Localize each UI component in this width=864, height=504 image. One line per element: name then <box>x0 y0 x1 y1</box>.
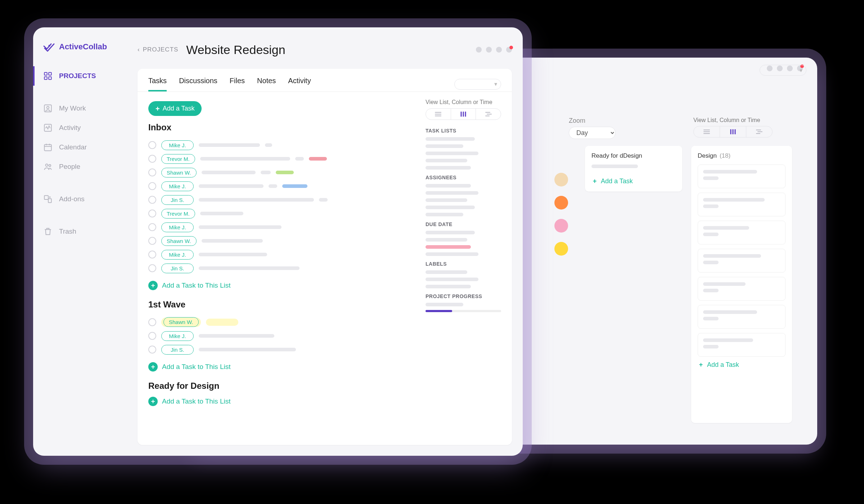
sidebar-item-calendar[interactable]: Calendar <box>33 138 127 157</box>
tab-tasks[interactable]: Tasks <box>148 77 167 91</box>
view-time-icon[interactable] <box>476 109 501 120</box>
page-title: Website Redesign <box>186 43 285 57</box>
view-mode-segmented[interactable] <box>693 126 773 138</box>
assignee-pill[interactable]: Trevor M. <box>161 209 195 219</box>
assignee-pill[interactable]: Mike J. <box>161 140 194 150</box>
avatar[interactable] <box>554 219 568 233</box>
task-row[interactable]: Mike J. <box>148 179 411 193</box>
side-heading-duedate: DUE DATE <box>426 221 501 227</box>
add-task-link[interactable]: +Add a Task <box>698 361 786 369</box>
column-title: Design <box>698 152 717 159</box>
avatar[interactable] <box>554 173 568 186</box>
list-heading-wave1: 1st Wave <box>148 300 411 310</box>
assignee-pill[interactable]: Mike J. <box>161 331 194 341</box>
tab-notes[interactable]: Notes <box>257 77 276 91</box>
sidebar-item-people[interactable]: People <box>33 157 127 176</box>
view-list-icon[interactable] <box>694 126 720 137</box>
brand-name: ActiveCollab <box>59 42 107 51</box>
svg-rect-2 <box>49 72 51 75</box>
view-mode-segmented[interactable] <box>426 108 501 120</box>
task-checkbox[interactable] <box>148 251 156 258</box>
assignee-pill[interactable]: Shawn W. <box>161 168 197 177</box>
view-list-icon[interactable] <box>426 109 451 120</box>
add-task-link[interactable]: +Add a Task <box>591 177 676 185</box>
task-row[interactable]: Jin S. <box>148 261 411 275</box>
task-checkbox[interactable] <box>148 264 156 272</box>
svg-rect-11 <box>44 195 48 199</box>
sidebar-item-projects[interactable]: PROJECTS <box>33 66 127 86</box>
task-row[interactable]: Shawn W. <box>148 234 411 248</box>
task-row[interactable]: Jin S. <box>148 193 411 207</box>
assignee-pill[interactable]: Trevor M. <box>161 154 195 164</box>
column-count: (18) <box>720 152 730 159</box>
kanban-column-design: Design(18) +Add a Task <box>691 146 792 423</box>
toolbar-selector[interactable]: ▾ <box>760 65 806 76</box>
side-heading-progress: PROJECT PROGRESS <box>426 293 501 299</box>
sidebar: ActiveCollab PROJECTS My Work Activity C… <box>33 27 127 456</box>
task-row[interactable]: Shawn W. <box>148 166 411 179</box>
sidebar-item-trash[interactable]: Trash <box>33 222 127 241</box>
breadcrumb-label: PROJECTS <box>143 46 179 53</box>
task-row[interactable]: Mike J. <box>148 248 411 261</box>
assignee-pill[interactable]: Shawn W. <box>163 317 199 327</box>
task-checkbox[interactable] <box>148 155 156 163</box>
task-checkbox[interactable] <box>148 223 156 231</box>
task-checkbox[interactable] <box>148 237 156 245</box>
assignee-pill[interactable]: Mike J. <box>161 250 194 260</box>
add-task-button[interactable]: +Add a Task <box>148 101 202 116</box>
task-row[interactable]: Trevor M. <box>148 207 411 220</box>
view-time-icon[interactable] <box>746 126 772 137</box>
sidebar-item-label: Trash <box>59 228 76 235</box>
add-task-to-list[interactable]: +Add a Task to This List <box>148 281 411 290</box>
add-task-to-list[interactable]: +Add a Task to This List <box>148 362 411 372</box>
task-row[interactable]: Mike J. <box>148 329 411 343</box>
task-row[interactable]: Shawn W. <box>148 315 411 329</box>
window-control-dot-notification <box>506 47 512 53</box>
task-row[interactable]: Mike J. <box>148 220 411 234</box>
tab-discussions[interactable]: Discussions <box>179 77 217 91</box>
avatar[interactable] <box>554 242 568 256</box>
zoom-select[interactable]: Day <box>569 127 616 139</box>
view-column-icon[interactable] <box>720 126 746 137</box>
avatar[interactable] <box>554 196 568 210</box>
task-checkbox[interactable] <box>148 141 156 149</box>
view-mode-label: View List, Column or Time <box>693 117 760 123</box>
task-checkbox[interactable] <box>148 182 156 190</box>
task-checkbox[interactable] <box>148 210 156 217</box>
assignee-pill[interactable]: Jin S. <box>161 345 194 355</box>
breadcrumb[interactable]: ‹PROJECTS <box>138 46 178 53</box>
side-heading-labels: LABELS <box>426 261 501 267</box>
add-task-to-list[interactable]: +Add a Task to This List <box>148 397 411 406</box>
assignee-pill[interactable]: Mike J. <box>161 181 194 191</box>
top-bar: ‹PROJECTS Website Redesign <box>138 39 512 60</box>
svg-rect-8 <box>44 144 51 150</box>
brand-logo[interactable]: ActiveCollab <box>43 42 127 52</box>
task-row[interactable]: Jin S. <box>148 343 411 356</box>
tab-activity[interactable]: Activity <box>288 77 311 91</box>
task-row[interactable]: Mike J. <box>148 138 411 152</box>
svg-point-10 <box>49 165 51 166</box>
sidebar-item-label: Add-ons <box>59 195 85 203</box>
assignee-pill[interactable]: Mike J. <box>161 222 194 232</box>
tab-selector[interactable]: ▾ <box>454 79 501 90</box>
content-sheet: Tasks Discussions Files Notes Activity ▾… <box>138 69 512 445</box>
svg-point-0 <box>49 45 50 47</box>
task-checkbox[interactable] <box>148 318 156 326</box>
task-checkbox[interactable] <box>148 168 156 176</box>
assignee-pill[interactable]: Shawn W. <box>161 236 197 246</box>
sidebar-item-mywork[interactable]: My Work <box>33 99 127 118</box>
task-checkbox[interactable] <box>148 346 156 354</box>
tab-files[interactable]: Files <box>230 77 245 91</box>
task-row[interactable]: Trevor M. <box>148 152 411 166</box>
task-checkbox[interactable] <box>148 332 156 340</box>
view-column-icon[interactable] <box>451 109 476 120</box>
assignee-pill[interactable]: Jin S. <box>161 195 194 205</box>
assignee-pill[interactable]: Jin S. <box>161 264 194 273</box>
assignee-avatar-column <box>554 173 568 256</box>
chevron-left-icon: ‹ <box>138 46 140 53</box>
task-checkbox[interactable] <box>148 196 156 204</box>
sidebar-item-label: People <box>59 163 80 171</box>
sidebar-item-addons[interactable]: Add-ons <box>33 189 127 209</box>
sidebar-item-activity[interactable]: Activity <box>33 118 127 138</box>
list-heading-inbox: Inbox <box>148 122 411 132</box>
